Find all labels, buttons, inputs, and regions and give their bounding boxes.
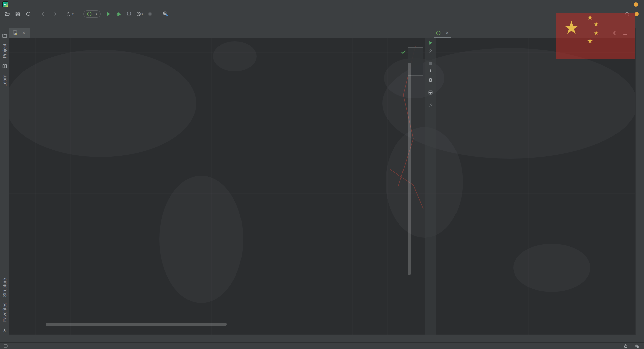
svg-text:JS: JS [14, 33, 17, 35]
vcs-user-icon[interactable]: ▾ [66, 10, 74, 18]
stop-icon[interactable] [146, 10, 154, 18]
tool-button-structure[interactable]: Structure [2, 278, 7, 297]
nodejs-icon [436, 30, 441, 36]
main-area: Project Learn Structure Favorites ★ JS ✕ [0, 28, 644, 335]
toolbar-right [625, 11, 644, 17]
main-toolbar: ▾ ▾ ▾ [0, 9, 644, 19]
save-icon[interactable] [14, 10, 22, 18]
profiler-icon[interactable]: ▾ [136, 10, 144, 18]
layout-icon[interactable] [428, 90, 433, 95]
search-icon[interactable] [625, 11, 630, 17]
js-file-icon: JS [12, 30, 18, 35]
ide-window: PC — ▾ ▾ ▾ [0, 0, 644, 349]
back-icon[interactable] [40, 10, 48, 18]
tab-close-icon[interactable]: ✕ [22, 30, 26, 35]
star-icon[interactable]: ★ [3, 328, 7, 333]
window-controls: — [608, 2, 644, 7]
close-button[interactable] [634, 2, 638, 7]
screen-icon[interactable] [3, 344, 8, 348]
tool-window-bar [0, 335, 644, 342]
tool-button-favorites[interactable]: Favorites [2, 303, 7, 322]
status-widgets [616, 344, 639, 348]
rerun-icon[interactable] [428, 40, 433, 45]
debug-icon[interactable] [115, 10, 123, 18]
coverage-icon[interactable] [125, 10, 133, 18]
title-bar: PC — [0, 0, 644, 9]
sync-icon[interactable] [24, 10, 32, 18]
run-configuration-select[interactable]: ▾ [83, 10, 101, 18]
update-indicator-icon[interactable] [635, 12, 639, 16]
run-header-actions [612, 30, 635, 36]
gear-icon[interactable] [612, 30, 617, 36]
pin-icon[interactable] [428, 103, 433, 108]
run-icon[interactable] [104, 10, 112, 18]
book-icon [2, 64, 7, 69]
code-editor[interactable] [9, 38, 425, 335]
minimize-button[interactable]: — [608, 2, 613, 7]
breadcrumb [0, 19, 644, 28]
maximize-button[interactable] [622, 3, 625, 6]
hide-icon[interactable] [623, 30, 628, 36]
tool-button-project[interactable]: Project [2, 44, 7, 58]
run-console-output [436, 38, 635, 335]
editor-zone: JS ✕ [9, 28, 425, 335]
wrench-icon[interactable] [428, 48, 433, 53]
translate-icon[interactable] [162, 10, 170, 18]
inspections-ok-icon[interactable] [401, 49, 406, 55]
status-bar [0, 342, 644, 349]
scroll-to-end-icon[interactable] [428, 69, 433, 74]
run-tool-window: ✕ [425, 28, 635, 335]
open-icon[interactable] [3, 10, 11, 18]
pycharm-logo-icon: PC [2, 1, 8, 7]
run-body [425, 38, 635, 335]
left-tool-strip: Project Learn Structure Favorites ★ [0, 28, 9, 335]
forward-icon[interactable] [50, 10, 58, 18]
horizontal-scrollbar[interactable] [46, 323, 227, 326]
vertical-scrollbar[interactable] [408, 63, 411, 275]
editor-tab-astjs[interactable]: JS ✕ [9, 28, 30, 38]
nodejs-icon [87, 11, 92, 17]
run-tab-close-icon[interactable]: ✕ [445, 30, 449, 35]
folder-icon [2, 33, 7, 38]
lock-icon[interactable] [623, 344, 628, 348]
run-tab-astjs[interactable]: ✕ [434, 28, 451, 38]
run-toolbar [425, 38, 436, 335]
editor-tab-bar: JS ✕ [9, 28, 425, 38]
tool-button-learn[interactable]: Learn [2, 74, 7, 87]
run-header: ✕ [425, 28, 635, 38]
stop-icon[interactable] [428, 61, 433, 66]
clear-all-icon[interactable] [428, 77, 433, 82]
right-tool-strip [635, 28, 644, 335]
notifications-gear-icon[interactable] [635, 344, 639, 348]
